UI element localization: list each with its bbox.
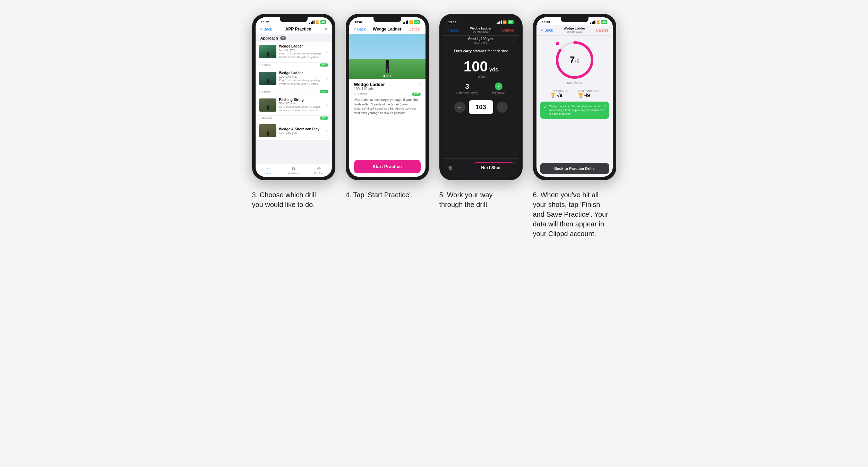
yds-input[interactable]: 103 xyxy=(469,100,493,114)
tab-activities[interactable]: ♻ Activities xyxy=(281,166,306,175)
phone-screen-3: 13:03 📶 4G < Back xyxy=(443,17,519,177)
success-check-icon: ✓ xyxy=(543,104,547,109)
phone-frame-1: 13:02 📶 4G < Back AP xyxy=(252,14,335,180)
star-icon-detail[interactable]: ☆ xyxy=(418,82,421,86)
phone-section-3: 13:03 📶 4G < Back xyxy=(439,14,523,209)
bar4 xyxy=(313,20,315,24)
drill-desc-2: Play 1 shot at each target yardage. If y… xyxy=(279,79,323,86)
nav-title-4: Wedge Ladder 06 Mar 2023 xyxy=(564,27,585,33)
circle-inner: 7/9 xyxy=(569,54,579,66)
bar3 xyxy=(312,21,313,24)
target-row: 100 yds xyxy=(464,59,498,74)
increment-btn[interactable]: + xyxy=(497,102,508,113)
phone-section-2: 13:02 📶 4G < Back Wedge Ladde xyxy=(346,14,429,200)
nav-bar-3: < Back Wedge Ladder 06 Mar 2023 Cancel xyxy=(443,25,519,36)
phone-notch-1 xyxy=(280,17,308,22)
drill-info-2: Wedge Ladder 100–140 yds Play 1 shot at … xyxy=(279,71,323,86)
drill-item-4[interactable]: Wedge & Short Iron Play 100–140 yds ☆ xyxy=(256,121,332,140)
app-badge-3: APP xyxy=(320,116,328,120)
delete-btn[interactable]: 🗑 xyxy=(448,165,453,171)
tab-capture[interactable]: ⊕ Capture xyxy=(306,166,332,175)
drill-item-2[interactable]: Wedge Ladder 100–140 yds Play 1 shot at … xyxy=(256,68,332,89)
star-icon-2[interactable]: ☆ xyxy=(325,77,328,80)
next-shot-arrow: → xyxy=(503,165,507,170)
status-time-3: 13:03 xyxy=(448,20,456,24)
phone-section-1: 13:02 📶 4G < Back AP xyxy=(252,14,335,209)
stats-row: 3 Difference (yds) ✓ Hit Target xyxy=(443,80,519,97)
signal-badge: 4G xyxy=(320,20,326,24)
nav-bar-1: < Back APP Practice ≡ xyxy=(256,25,332,34)
capture-icon: ⊕ xyxy=(317,166,321,171)
back-btn-2[interactable]: < Back xyxy=(354,27,366,31)
phone-screen-2: 13:02 📶 4G < Back Wedge Ladde xyxy=(349,17,426,177)
phone-frame-2: 13:02 📶 4G < Back Wedge Ladde xyxy=(346,14,429,180)
drill-detail-header: Wedge Ladder 100–140 yds ☆ xyxy=(354,82,421,91)
sky xyxy=(349,34,426,59)
prev-arrow[interactable]: ← xyxy=(448,38,453,44)
dot-2 xyxy=(386,75,388,77)
score-denom: /9 xyxy=(575,58,579,64)
thumb-golf-2 xyxy=(259,72,276,85)
back-btn-4[interactable]: < Back xyxy=(541,28,553,32)
decrement-btn[interactable]: − xyxy=(454,102,465,113)
drill-item-1[interactable]: Wedge Ladder 50–100 yds Play 1 shot at e… xyxy=(256,42,332,62)
status-time-2: 13:02 xyxy=(355,20,363,24)
drill-yds-4: 100–140 yds xyxy=(279,131,323,135)
circle-wrap: 7/9 xyxy=(554,39,595,81)
dot-3 xyxy=(389,75,391,77)
drill-detail-yds: 100–140 yds xyxy=(354,87,385,91)
drill-thumb-3 xyxy=(259,98,276,112)
prev-pb-label: Previous PB xyxy=(550,89,568,93)
wifi-icon-4: 📶 xyxy=(596,20,600,24)
back-btn-1[interactable]: < Back xyxy=(260,27,272,31)
description-2: 4. Tap 'Start Practice'. xyxy=(346,190,413,200)
shots-label-3: ○ 10 shots xyxy=(259,116,272,120)
status-time-1: 13:02 xyxy=(261,20,269,24)
description-4: 6. When you've hit all your shots, tap '… xyxy=(533,190,609,239)
section-label-1: Approach xyxy=(260,36,278,40)
trophy-2: 🏆 xyxy=(578,93,583,98)
figure-4 xyxy=(267,131,269,136)
tab-home[interactable]: ⌂ Home xyxy=(256,166,281,175)
drill-yds-2: 100–140 yds xyxy=(279,75,323,78)
body xyxy=(386,63,389,69)
score-label-3: Score 5/9 xyxy=(468,41,493,44)
description-3: 5. Work your way through the drill. xyxy=(439,190,516,209)
target-yds: 100 xyxy=(464,58,488,75)
status-icons-4: 📶 4G xyxy=(590,20,607,24)
cancel-btn-3[interactable]: Cancel xyxy=(502,28,514,32)
nav-title-1: APP Practice xyxy=(285,27,311,32)
cancel-btn-4[interactable]: Cancel xyxy=(596,28,608,32)
start-practice-btn[interactable]: Start Practice xyxy=(354,160,421,173)
star-icon-4[interactable]: ☆ xyxy=(325,129,328,133)
next-shot-btn[interactable]: Next Shot → xyxy=(474,162,514,173)
golfer-figure xyxy=(386,60,389,73)
nav-title-2: Wedge Ladder xyxy=(373,27,401,32)
menu-icon-1[interactable]: ≡ xyxy=(324,27,327,32)
app-badge-1: APP xyxy=(320,63,328,67)
hit-target-icon: ✓ xyxy=(495,83,502,90)
score-sublabel: Total Score xyxy=(567,81,582,85)
drill-item-3[interactable]: Pitching String 55–100 yds Hit 1 shot at… xyxy=(256,95,332,116)
star-icon-3[interactable]: ☆ xyxy=(325,103,328,107)
cancel-btn-2[interactable]: Cancel xyxy=(409,27,420,31)
score-circle-container: 7/9 Total Score xyxy=(536,36,613,87)
success-close-btn[interactable]: ✕ xyxy=(604,104,607,107)
home-icon: ⌂ xyxy=(267,166,269,171)
back-to-drills-btn[interactable]: Back to Practice Drills xyxy=(540,163,609,174)
diff-label: Difference (yds) xyxy=(456,91,478,95)
detail-shots: ○ 9 shots xyxy=(354,92,367,96)
thumb-golf-4 xyxy=(259,124,276,137)
back-btn-3[interactable]: < Back xyxy=(448,28,459,32)
stat-difference: 3 Difference (yds) xyxy=(456,83,478,95)
shots-label-2: ○ 9 shots xyxy=(259,90,271,93)
next-arrow[interactable]: → xyxy=(509,38,514,44)
drill-hero-2 xyxy=(349,34,426,79)
last-pb-label: Last month PB xyxy=(578,89,599,93)
hero-scene xyxy=(349,34,426,79)
shot-info: Shot 1, 100 yds Score 5/9 xyxy=(468,37,493,44)
star-icon-1[interactable]: ☆ xyxy=(325,50,328,54)
drill-desc-1: Play 1 shot at each target yardage. If y… xyxy=(279,52,323,59)
drill-detail-name: Wedge Ladder xyxy=(354,82,385,87)
status-icons-1: 📶 4G xyxy=(309,20,326,24)
